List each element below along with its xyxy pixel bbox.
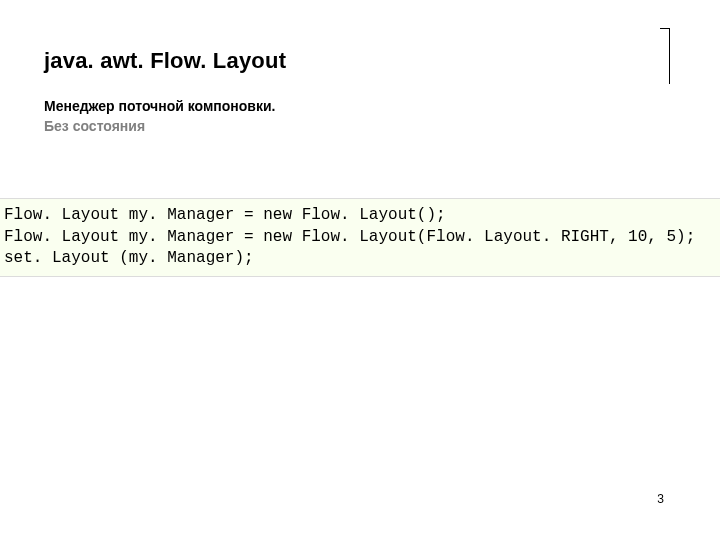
slide-title: java. awt. Flow. Layout — [44, 48, 676, 74]
code-line-2: Flow. Layout my. Manager = new Flow. Lay… — [4, 227, 716, 249]
slide: java. awt. Flow. Layout Менеджер поточно… — [0, 0, 720, 540]
code-line-3: set. Layout (my. Manager); — [4, 248, 716, 270]
header-area: java. awt. Flow. Layout Менеджер поточно… — [44, 48, 676, 137]
page-number: 3 — [657, 492, 664, 506]
subtitle-block: Менеджер поточной компоновки. Без состоя… — [44, 96, 676, 137]
subtitle-line-2: Без состояния — [44, 116, 676, 136]
code-line-1: Flow. Layout my. Manager = new Flow. Lay… — [4, 205, 716, 227]
code-block: Flow. Layout my. Manager = new Flow. Lay… — [0, 198, 720, 277]
subtitle-line-1: Менеджер поточной компоновки. — [44, 96, 676, 116]
